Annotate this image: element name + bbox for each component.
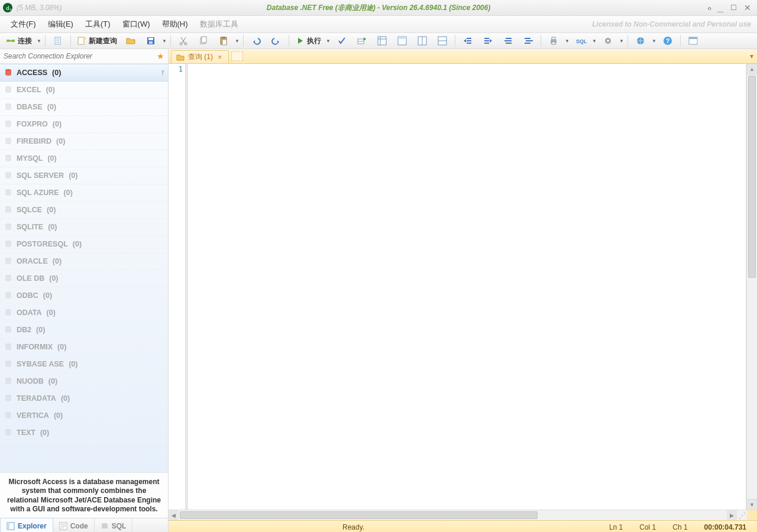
tab-sql[interactable]: SQL (95, 518, 133, 532)
refresh-button[interactable] (49, 34, 67, 48)
conn-item-sqlce[interactable]: SQLCE (0) (0, 202, 168, 219)
print-button[interactable] (545, 34, 562, 48)
favorite-icon[interactable]: ★ (153, 51, 168, 61)
horizontal-scrollbar[interactable]: ◀ ▶ ⋰ (169, 510, 757, 520)
execute-dropdown[interactable]: ▼ (326, 34, 331, 47)
check-button[interactable] (333, 34, 351, 48)
grid-select-button[interactable] (353, 34, 371, 48)
paste-button[interactable] (215, 34, 232, 48)
svg-rect-18 (222, 40, 227, 45)
tabstrip-menu[interactable]: ▾ (746, 49, 757, 63)
tab-close-button[interactable]: × (216, 53, 224, 61)
window-button[interactable] (684, 34, 702, 48)
new-query-button[interactable]: 新建查询 (75, 34, 119, 48)
format-b-button[interactable] (519, 34, 537, 48)
svg-rect-73 (102, 524, 108, 528)
menu-help[interactable]: 帮助(H) (156, 17, 194, 32)
menu-dbtools[interactable]: 数据库工具 (194, 17, 244, 32)
vscroll-thumb[interactable] (748, 76, 756, 278)
tab-explorer[interactable]: Explorer (0, 518, 53, 532)
conn-item-firebird[interactable]: FIREBIRD (0) (0, 133, 168, 150)
settings-dropdown[interactable]: ▼ (619, 34, 624, 47)
cut-button[interactable] (174, 34, 192, 48)
grid-arrow-icon (357, 36, 367, 46)
open-button[interactable] (122, 34, 140, 48)
conn-item-foxpro[interactable]: FOXPRO (0) (0, 116, 168, 133)
conn-item-count: (0) (49, 274, 58, 283)
menu-tools[interactable]: 工具(T) (79, 17, 117, 32)
conn-item-postgresql[interactable]: POSTGRESQL (0) (0, 236, 168, 253)
connect-dropdown[interactable]: ▼ (37, 34, 41, 47)
sql-button[interactable]: SQL (572, 34, 590, 48)
menu-file[interactable]: 文件(F) (5, 17, 42, 32)
conn-item-db2[interactable]: DB2 (0) (0, 322, 168, 339)
editor-tab-query1[interactable]: 查询 (1) × (171, 50, 229, 63)
vertical-scrollbar[interactable]: ▲ ▼ (746, 64, 757, 510)
conn-item-nuodb[interactable]: NUODB (0) (0, 373, 168, 390)
conn-item-odata[interactable]: ODATA (0) (0, 304, 168, 322)
conn-item-sql-azure[interactable]: SQL AZURE (0) (0, 184, 168, 202)
resize-grip-icon[interactable]: ⋰ (737, 510, 747, 520)
indent-button[interactable] (479, 34, 497, 48)
format-a-button[interactable] (499, 34, 517, 48)
conn-item-label: ORACLE (17, 257, 48, 265)
conn-item-count: (0) (69, 171, 77, 180)
conn-item-informix[interactable]: INFORMIX (0) (0, 339, 168, 356)
conn-item-label: DB2 (17, 326, 31, 334)
conn-item-teradata[interactable]: TERADATA (0) (0, 390, 168, 407)
connect-button[interactable]: 连接 (4, 34, 34, 48)
search-input[interactable] (0, 52, 153, 60)
execute-label: 执行 (307, 36, 321, 46)
globe-dropdown[interactable]: ▼ (652, 34, 656, 47)
tool-a-button[interactable] (373, 34, 391, 48)
save-dropdown[interactable]: ▼ (162, 34, 167, 47)
hscroll-thumb[interactable] (180, 511, 538, 519)
conn-item-count: (0) (46, 86, 55, 94)
folder-open-icon (126, 36, 135, 46)
conn-item-oracle[interactable]: ORACLE (0) (0, 253, 168, 270)
conn-item-label: TEXT (17, 429, 35, 437)
tab-code[interactable]: Code (53, 518, 95, 532)
menu-edit[interactable]: 编辑(E) (42, 17, 79, 32)
maximize-button[interactable]: ☐ (730, 4, 737, 12)
undo-button[interactable] (247, 34, 265, 48)
help-button[interactable]: ? (659, 34, 677, 48)
settings-button[interactable] (599, 34, 617, 48)
conn-item-dbase[interactable]: DBASE (0) (0, 99, 168, 116)
conn-item-vertica[interactable]: VERTICA (0) (0, 407, 168, 424)
menu-window[interactable]: 窗口(W) (117, 17, 156, 32)
save-button[interactable] (142, 34, 160, 48)
redo-button[interactable] (267, 34, 285, 48)
copy-button[interactable] (195, 34, 212, 48)
conn-item-label: SYBASE ASE (17, 360, 64, 368)
tool-b-button[interactable] (393, 34, 411, 48)
conn-item-excel[interactable]: EXCEL (0) (0, 82, 168, 99)
sql-dropdown[interactable]: ▼ (592, 34, 597, 47)
paste-dropdown[interactable]: ▼ (235, 34, 240, 47)
conn-item-mysql[interactable]: MYSQL (0) (0, 150, 168, 167)
outdent-button[interactable] (459, 34, 477, 48)
print-dropdown[interactable]: ▼ (565, 34, 570, 47)
minimize-button[interactable]: _ (717, 5, 723, 10)
conn-item-odbc[interactable]: ODBC (0) (0, 287, 168, 304)
conn-item-access[interactable]: ACCESS (0)? (0, 64, 168, 82)
conn-item-sqlite[interactable]: SQLITE (0) (0, 219, 168, 236)
line-number-1: 1 (169, 65, 183, 73)
restore-glyph-icon[interactable]: ‹› (707, 4, 710, 12)
scroll-right-icon[interactable]: ▶ (727, 510, 737, 520)
conn-item-label: NUODB (17, 377, 44, 385)
scroll-left-icon[interactable]: ◀ (169, 510, 179, 520)
conn-item-ole-db[interactable]: OLE DB (0) (0, 270, 168, 287)
conn-item-text[interactable]: TEXT (0) (0, 424, 168, 442)
scroll-up-icon[interactable]: ▲ (747, 64, 757, 74)
new-tab-placeholder[interactable] (231, 51, 243, 61)
conn-item-sybase-ase[interactable]: SYBASE ASE (0) (0, 356, 168, 373)
conn-item-sql-server[interactable]: SQL SERVER (0) (0, 167, 168, 184)
scroll-down-icon[interactable]: ▼ (747, 499, 757, 510)
code-editor[interactable] (188, 64, 746, 510)
tool-d-button[interactable] (434, 34, 451, 48)
close-button[interactable]: ✕ (744, 3, 751, 12)
tool-c-button[interactable] (413, 34, 431, 48)
execute-button[interactable]: 执行 (293, 34, 323, 48)
globe-button[interactable] (632, 34, 649, 48)
